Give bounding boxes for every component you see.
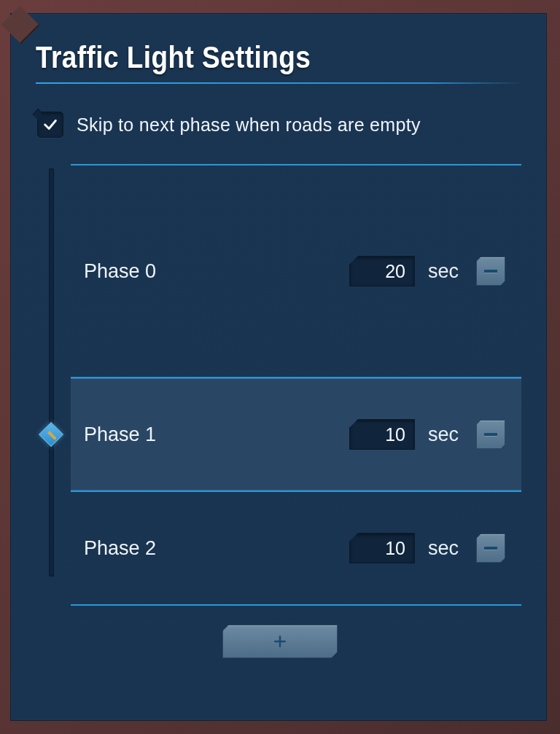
phase-row[interactable]: Phase 2sec	[71, 492, 521, 604]
skip-phase-label: Skip to next phase when roads are empty	[77, 114, 421, 136]
phase-duration-input[interactable]	[349, 419, 415, 450]
traffic-light-settings-panel: Traffic Light Settings Skip to next phas…	[10, 13, 547, 721]
phase-duration-input[interactable]	[349, 256, 415, 286]
phase-timeline	[49, 168, 54, 577]
minus-icon	[484, 270, 497, 273]
plus-icon	[273, 634, 287, 649]
unit-label: sec	[428, 423, 463, 446]
phase-list: Phase 0secPhase 1secPhase 2sec	[53, 164, 521, 606]
panel-title: Traffic Light Settings	[36, 40, 466, 75]
phase-row[interactable]: Phase 0sec	[71, 165, 521, 377]
phase-label: Phase 0	[84, 260, 349, 283]
phases-container: Phase 0secPhase 1secPhase 2sec	[53, 164, 521, 606]
timeline-tick	[47, 431, 57, 440]
skip-phase-option: Skip to next phase when roads are empty	[37, 112, 524, 138]
minus-icon	[484, 547, 497, 550]
phase-controls: sec	[349, 419, 505, 450]
phase-duration-input[interactable]	[349, 533, 415, 563]
title-underline	[36, 82, 524, 84]
remove-phase-button[interactable]	[476, 257, 505, 286]
remove-phase-button[interactable]	[476, 534, 505, 563]
add-phase-row	[36, 625, 524, 658]
remove-phase-button[interactable]	[476, 420, 505, 449]
phase-controls: sec	[349, 533, 505, 563]
phase-controls: sec	[349, 256, 505, 286]
phase-row[interactable]: Phase 1sec	[71, 378, 521, 491]
unit-label: sec	[428, 537, 463, 560]
check-icon	[42, 117, 58, 133]
phase-divider	[71, 604, 521, 606]
minus-icon	[484, 433, 497, 436]
phase-label: Phase 1	[84, 423, 349, 446]
skip-phase-checkbox[interactable]	[37, 112, 63, 138]
unit-label: sec	[428, 260, 463, 283]
add-phase-button[interactable]	[222, 625, 338, 658]
phase-label: Phase 2	[84, 537, 349, 560]
